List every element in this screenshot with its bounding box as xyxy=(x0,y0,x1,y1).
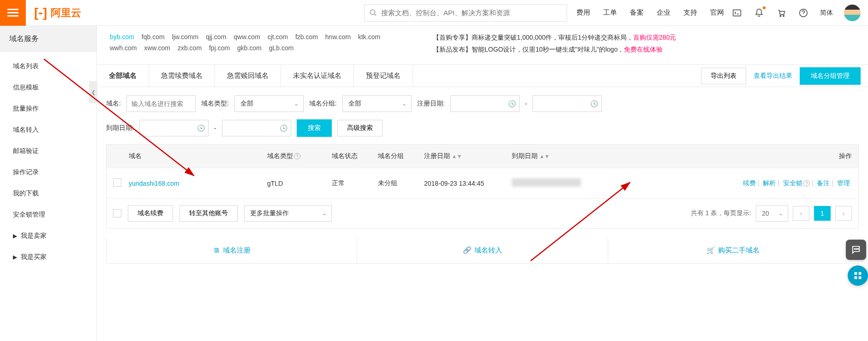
pager-prev-button[interactable]: ‹ xyxy=(793,206,809,221)
promo-domain-link[interactable]: qww.com xyxy=(233,33,260,41)
terminal-icon[interactable] xyxy=(731,7,742,18)
notification-dot xyxy=(763,6,766,9)
promo-domain-link[interactable]: qjj.com xyxy=(206,33,226,41)
global-search-input[interactable] xyxy=(381,9,562,17)
batch-renew-button[interactable]: 域名续费 xyxy=(128,205,173,222)
row-checkbox[interactable] xyxy=(113,178,121,187)
promo-domain-link[interactable]: gkb.com xyxy=(237,44,262,52)
date-sep: - xyxy=(214,124,216,132)
promo-domain-link[interactable]: wwh.com xyxy=(110,44,137,52)
svg-point-4 xyxy=(783,15,784,16)
action-buy-used[interactable]: 🛒购买二手域名 xyxy=(608,238,858,263)
sidebar-item-op-log[interactable]: 操作记录 xyxy=(0,162,96,183)
filter-group-select[interactable]: 全部⌄ xyxy=(342,95,412,112)
op-parse[interactable]: 解析 xyxy=(763,179,776,187)
nav-fees[interactable]: 费用 xyxy=(576,8,590,17)
filter-domain-input[interactable] xyxy=(126,95,196,112)
apps-button[interactable] xyxy=(848,265,868,286)
cell-status: 正常 xyxy=(332,179,378,188)
sidebar-item-seller[interactable]: ▶我是卖家 xyxy=(0,225,96,247)
tab-unverified[interactable]: 未实名认证域名 xyxy=(281,65,354,87)
sort-icon: ▲▼ xyxy=(452,153,462,159)
promo-domain-link[interactable]: fpj.com xyxy=(209,44,230,52)
chat-button[interactable] xyxy=(846,240,866,260)
tab-prereg[interactable]: 预登记域名 xyxy=(354,65,413,87)
help-icon[interactable] xyxy=(798,7,809,18)
pager-page-1[interactable]: 1 xyxy=(814,206,831,221)
promo-domain-link[interactable]: hnw.com xyxy=(325,33,351,41)
nav-enterprise[interactable]: 企业 xyxy=(657,8,670,17)
promo-domain-link[interactable]: ktk.com xyxy=(358,33,380,41)
sort-icon: ▲▼ xyxy=(539,153,550,159)
sidebar-item-lock-mgmt[interactable]: 安全锁管理 xyxy=(0,204,96,225)
promo-link-2[interactable]: 免费在线体验 xyxy=(624,46,663,53)
sidebar-item-domain-list[interactable]: 域名列表 xyxy=(0,56,96,77)
sidebar-item-buyer[interactable]: ▶我是买家 xyxy=(0,247,96,268)
sidebar-collapse-handle[interactable]: ❮ xyxy=(89,81,97,103)
sidebar-item-downloads[interactable]: 我的下载 xyxy=(0,183,96,204)
menu-toggle-button[interactable] xyxy=(0,0,26,26)
sidebar-item-email-verify[interactable]: 邮箱验证 xyxy=(0,141,96,162)
nav-beian[interactable]: 备案 xyxy=(630,8,644,17)
avatar[interactable] xyxy=(844,5,861,21)
nav-support[interactable]: 支持 xyxy=(683,8,697,17)
clock-icon: 🕓 xyxy=(590,100,598,107)
group-manage-button[interactable]: 域名分组管理 xyxy=(800,67,861,85)
filter-group-label: 域名分组: xyxy=(309,100,337,108)
export-list-button[interactable]: 导出列表 xyxy=(701,68,746,84)
nav-website[interactable]: 官网 xyxy=(710,8,724,17)
brand-logo[interactable]: [-] 阿里云 xyxy=(34,6,81,20)
tab-redeem-urgent[interactable]: 急需赎回域名 xyxy=(215,65,281,87)
action-register-domain[interactable]: 🗎域名注册 xyxy=(107,238,357,263)
promo-domain-link[interactable]: fqb.com xyxy=(142,33,165,41)
advanced-search-button[interactable]: 高级搜索 xyxy=(337,120,383,136)
search-icon xyxy=(369,9,377,17)
page-size-select[interactable]: 20⌄ xyxy=(756,205,788,222)
sidebar-item-templates[interactable]: 信息模板 xyxy=(0,77,96,98)
promo-domain-link[interactable]: ljw.comm xyxy=(172,33,199,41)
promo-domain-hilite[interactable]: byb.com xyxy=(110,33,134,41)
col-ops: 操作 xyxy=(599,152,852,160)
bell-icon[interactable] xyxy=(754,7,765,18)
op-manage[interactable]: 管理 xyxy=(837,179,850,187)
tab-bar: 全部域名 急需续费域名 急需赎回域名 未实名认证域名 预登记域名 导出列表 查看… xyxy=(97,65,868,87)
view-export-link[interactable]: 查看导出结果 xyxy=(754,72,792,80)
batch-transfer-button[interactable]: 转至其他账号 xyxy=(180,205,238,222)
op-remark[interactable]: 备注 xyxy=(817,179,830,187)
tab-all[interactable]: 全部域名 xyxy=(97,65,149,87)
svg-line-1 xyxy=(374,14,376,16)
filter-reg-label: 注册日期: xyxy=(417,100,445,108)
promo-link-1[interactable]: 首购仅需280元 xyxy=(633,34,676,41)
help-icon[interactable]: ? xyxy=(294,153,300,159)
nav-tickets[interactable]: 工单 xyxy=(603,8,617,17)
cart-icon[interactable] xyxy=(776,7,787,18)
promo-domain-link[interactable]: gLb.com xyxy=(269,44,294,52)
select-all-checkbox[interactable] xyxy=(113,209,121,218)
svg-rect-13 xyxy=(855,276,857,279)
search-button[interactable]: 搜索 xyxy=(297,119,332,137)
table-row: yundashi168.com gTLD 正常 未分组 2018-09-23 1… xyxy=(107,168,858,198)
col-exp[interactable]: 到期日期▲▼ xyxy=(512,152,599,160)
promo-domain-link[interactable]: cjt.com xyxy=(268,33,288,41)
filter-type-select[interactable]: 全部⌄ xyxy=(234,95,304,112)
redacted-value xyxy=(512,178,581,187)
lang-switch[interactable]: 简体 xyxy=(820,9,833,17)
batch-more-select[interactable]: 更多批量操作⌄ xyxy=(244,205,332,222)
sidebar-item-batch[interactable]: 批量操作 xyxy=(0,98,96,119)
promo-domain-link[interactable]: zxb.com xyxy=(178,44,202,52)
filter-type-label: 域名类型: xyxy=(201,100,229,108)
action-transfer-in[interactable]: 🔗域名转入 xyxy=(357,238,607,263)
promo-domain-link[interactable]: xww.com xyxy=(144,44,170,52)
sidebar-item-transfer-in[interactable]: 域名转入 xyxy=(0,119,96,141)
col-reg[interactable]: 注册日期▲▼ xyxy=(424,152,512,160)
pager-total-text: 共有 1 条，每页显示: xyxy=(691,209,751,218)
op-lock[interactable]: 安全锁? xyxy=(783,179,810,187)
domain-link[interactable]: yundashi168.com xyxy=(129,180,180,187)
tab-renew-urgent[interactable]: 急需续费域名 xyxy=(149,65,215,87)
global-search[interactable] xyxy=(364,4,567,22)
help-icon[interactable]: ? xyxy=(803,180,810,187)
promo-domain-link[interactable]: fzb.com xyxy=(295,33,318,41)
svg-point-9 xyxy=(856,248,857,249)
pager-next-button[interactable]: › xyxy=(835,206,852,221)
op-renew[interactable]: 续费 xyxy=(743,179,756,187)
